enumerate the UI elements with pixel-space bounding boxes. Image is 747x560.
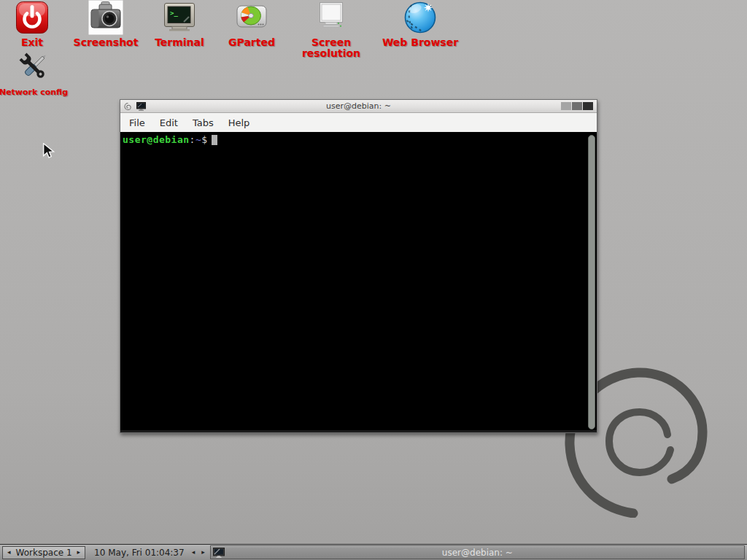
prompt-colon: : [190, 134, 196, 145]
terminal-cursor [212, 135, 217, 145]
menu-tabs[interactable]: Tabs [185, 114, 221, 131]
scrollbar-thumb[interactable] [588, 135, 595, 429]
window-title: user@debian: ~ [120, 101, 597, 111]
desktop-icon-screen-resolution[interactable]: Screen resolution [284, 0, 379, 59]
terminal-mini-icon [136, 102, 146, 111]
globe-browser-icon [403, 0, 438, 35]
task-button-title: user@debian: ~ [211, 548, 744, 558]
minimize-button[interactable] [561, 102, 571, 110]
desktop-icon-network-config[interactable]: Network config [0, 50, 81, 98]
menu-file[interactable]: File [122, 114, 152, 131]
desktop-icon-label: Web Browser [373, 37, 468, 48]
terminal-window: user@debian: ~ File Edit Tabs Help user@… [120, 99, 597, 433]
tasklist-prev-icon[interactable]: ◂ [192, 549, 196, 556]
tools-wrench-screwdriver-icon [16, 50, 51, 85]
maximize-button[interactable] [572, 102, 582, 110]
task-monitor-icon [213, 548, 225, 558]
window-bottom-edge [120, 430, 597, 432]
tasklist-next-icon[interactable]: ▸ [201, 549, 205, 556]
window-titlebar[interactable]: user@debian: ~ [120, 100, 597, 113]
terminal-scrollbar[interactable] [588, 135, 595, 429]
desktop-icon-label: Network config [0, 87, 81, 98]
taskbar-clock: 10 May, Fri 01:04:37 [94, 548, 185, 558]
taskbar: ◂ Workspace 1 ▸ 10 May, Fri 01:04:37 ◂ ▸… [0, 544, 747, 560]
workspace-prev-icon[interactable]: ◂ [7, 549, 11, 556]
desktop-icon-web-browser[interactable]: Web Browser [373, 0, 468, 48]
task-button-terminal[interactable]: user@debian: ~ [210, 545, 745, 559]
terminal-screen[interactable]: user@debian : ~ $ [120, 132, 597, 432]
workspace-next-icon[interactable]: ▸ [77, 549, 81, 556]
exit-power-icon [15, 0, 50, 35]
menu-help[interactable]: Help [221, 114, 258, 131]
prompt-symbol: $ [201, 134, 207, 145]
crt-terminal-icon: >_ [162, 0, 197, 35]
prompt-path: ~ [196, 134, 201, 145]
desktop-icon-label: Screen resolution [284, 37, 379, 59]
window-menubar: File Edit Tabs Help [120, 113, 597, 132]
prompt-user-host: user@debian [123, 134, 190, 145]
close-button[interactable] [583, 102, 593, 110]
shell-prompt: user@debian : ~ $ [123, 134, 595, 145]
workspace-switcher[interactable]: ◂ Workspace 1 ▸ [2, 546, 85, 559]
camera-icon [88, 0, 123, 35]
monitor-icon [314, 0, 349, 35]
workspace-label: Workspace 1 [16, 548, 72, 558]
debian-swirl-icon [124, 102, 132, 111]
menu-edit[interactable]: Edit [152, 114, 185, 131]
svg-text:>_: >_ [170, 9, 178, 17]
gparted-disk-icon [234, 0, 269, 35]
mouse-cursor [42, 143, 55, 159]
